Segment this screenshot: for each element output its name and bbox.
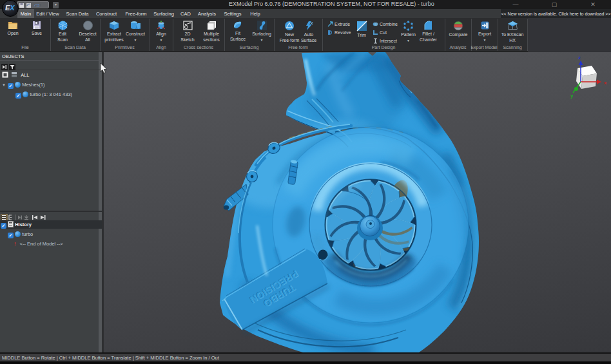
- svg-text:y: y: [570, 93, 574, 99]
- svg-text:x: x: [604, 80, 607, 86]
- svg-text:z: z: [578, 55, 581, 61]
